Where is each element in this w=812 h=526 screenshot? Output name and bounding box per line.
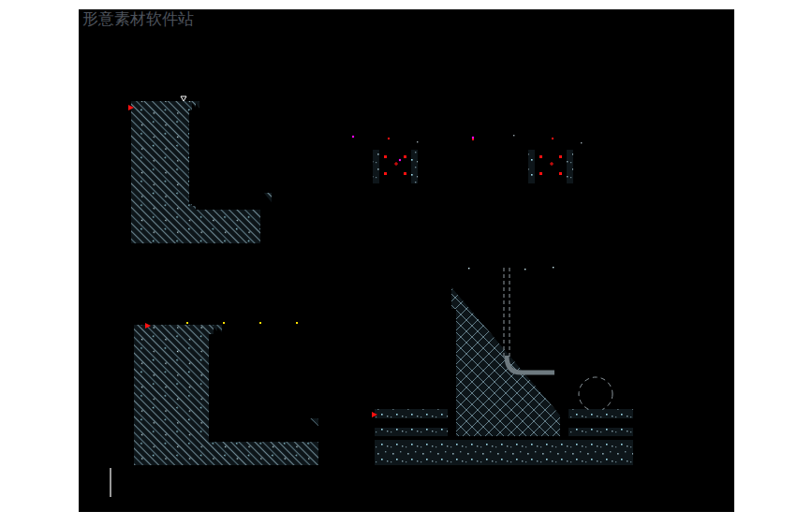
svg-text:木龙骨40×60: 木龙骨40×60 bbox=[238, 278, 262, 283]
svg-text:100: 100 bbox=[324, 138, 329, 145]
project-no-value: SSL 06-16 bbox=[691, 473, 716, 478]
base-slab bbox=[375, 440, 633, 465]
date-label: DATE bbox=[656, 460, 663, 464]
svg-text:预埋件详结构: 预埋件详结构 bbox=[465, 106, 494, 112]
svg-text:角钢40×4: 角钢40×4 bbox=[283, 275, 301, 282]
svg-text:40厚细石混凝土保护层: 40厚细石混凝土保护层 bbox=[243, 161, 283, 166]
project-no-label: PROJECT no bbox=[656, 471, 672, 475]
svg-text:REPORTED TO THE CO.: REPORTED TO THE CO. bbox=[657, 97, 685, 100]
svg-text:500: 500 bbox=[598, 364, 603, 372]
svg-text:40厚细石混凝土保护层: 40厚细石混凝土保护层 bbox=[366, 381, 402, 386]
svg-text:DESIGN COPYRIGHT: DESIGN COPYRIGHT bbox=[656, 303, 681, 306]
svg-text:CONTRACTOR PRIOR TO: CONTRACTOR PRIOR TO bbox=[657, 83, 687, 86]
client-label: Client(s)**** bbox=[656, 271, 673, 275]
svg-text:DRAWN BY: DRAWN BY bbox=[656, 429, 672, 432]
cad-sheet: 形意素材软件站 http://lzj725428.taobao.com BEIJ… bbox=[0, 0, 812, 526]
svg-text:***: *** bbox=[656, 422, 660, 426]
detail-caption: 大样详图 1:5 bbox=[199, 244, 238, 253]
svg-text:150: 150 bbox=[353, 186, 361, 191]
svg-text:防水层沿墙上翻500: 防水层沿墙上翻500 bbox=[112, 296, 149, 301]
svg-text:防水层沿墙上翻500: 防水层沿墙上翻500 bbox=[164, 77, 204, 83]
sheet-no-value: ? of ? bbox=[699, 493, 708, 498]
svg-text:****: **** bbox=[656, 486, 662, 489]
svg-text:***: *** bbox=[656, 495, 660, 499]
watermark-title: 形意素材软件站 bbox=[82, 10, 194, 28]
svg-text:50: 50 bbox=[226, 293, 230, 298]
drawing-title-value: 泛水大样图(四) bbox=[666, 393, 706, 401]
rev-col2-label: DATE ISSUED bbox=[716, 103, 719, 122]
project-name-label: PROJECT NAME*** bbox=[656, 356, 685, 359]
svg-text:20厚聚苯板保温层: 20厚聚苯板保温层 bbox=[280, 355, 312, 359]
svg-text:花岗岩压顶板: 花岗岩压顶板 bbox=[343, 105, 371, 111]
svg-text:***: *** bbox=[656, 433, 660, 437]
svg-text:防腐木铺板: 防腐木铺板 bbox=[139, 277, 160, 283]
svg-text:****: **** bbox=[656, 475, 662, 479]
svg-text:200: 200 bbox=[598, 288, 603, 296]
svg-text:15厚水泥砂浆找平层: 15厚水泥砂浆找平层 bbox=[366, 364, 398, 369]
svg-text:50: 50 bbox=[435, 316, 438, 321]
svg-text:PROJECT DATE: PROJECT DATE bbox=[656, 407, 675, 411]
svg-text:2. DO NOT SCALE DRAWINGS.: 2. DO NOT SCALE DRAWINGS. bbox=[657, 104, 693, 107]
sheet-no-label: SHEET no. bbox=[656, 491, 670, 495]
svg-text:150: 150 bbox=[324, 166, 329, 173]
drawing-no-label: Drawing no bbox=[656, 482, 671, 486]
svg-text:28: 28 bbox=[181, 251, 188, 258]
svg-text:****: **** bbox=[656, 412, 662, 416]
support-right bbox=[527, 150, 574, 183]
detail-caption: 大样详图 1:5 bbox=[229, 472, 268, 480]
company-name-vertical: BEIJING SHANSHUILU ARCHITECTURAL DESIGN … bbox=[97, 84, 102, 245]
rev-col1-label: REVISIONS bbox=[709, 107, 713, 122]
svg-text:500: 500 bbox=[214, 145, 218, 153]
drawing-no-value: JD-06 bbox=[696, 483, 712, 489]
project-name-value: 北山07P区 bbox=[672, 368, 701, 375]
svg-text:150: 150 bbox=[236, 184, 244, 189]
svg-text:20厚聚苯板保温层: 20厚聚苯板保温层 bbox=[366, 356, 395, 360]
svg-text:500: 500 bbox=[500, 316, 508, 321]
drain-label: 雨水斗 bbox=[584, 392, 598, 398]
label-top-29: 防水层收口 bbox=[403, 341, 422, 345]
viewer-background: 形意素材软件站 http://lzj725428.taobao.com BEIJ… bbox=[0, 0, 812, 526]
svg-text:CHECKED BY: CHECKED BY bbox=[656, 418, 674, 422]
svg-text:COMMENCEMENT OF WORK.: COMMENCEMENT OF WORK. bbox=[657, 88, 693, 91]
note-title: NOTE :**** bbox=[656, 66, 675, 70]
svg-text:150: 150 bbox=[257, 410, 264, 415]
svg-text:31.00: 31.00 bbox=[151, 313, 161, 317]
title-block: NOTE :**** 1. ALL DIMENSIONS SHALL BE CH… bbox=[654, 64, 720, 499]
svg-text:31: 31 bbox=[211, 478, 218, 486]
watermark-url: http://lzj725428.taobao.com bbox=[82, 28, 172, 37]
svg-text:CHECKED ON SITE BY THE: CHECKED ON SITE BY THE bbox=[657, 79, 689, 81]
svg-text:31.00: 31.00 bbox=[137, 91, 147, 95]
svg-text:成品压顶盖板: 成品压顶盖板 bbox=[377, 273, 404, 279]
copyright-vertical: Copyright c 2004 729972997297 bbox=[97, 437, 102, 500]
svg-text:防水层: 防水层 bbox=[243, 122, 255, 126]
svg-text:150: 150 bbox=[579, 186, 586, 191]
svg-text:REPRODUCTION OF THIS DRAWING &: REPRODUCTION OF THIS DRAWING & bbox=[656, 299, 702, 301]
svg-text:ONLY. U.N.O.: ONLY. U.N.O. bbox=[657, 113, 672, 116]
svg-text:隔离层: 隔离层 bbox=[366, 373, 377, 377]
svg-text:RESERVED****: RESERVED**** bbox=[656, 308, 674, 311]
svg-text:1. ALL DIMENSIONS SHALL BE: 1. ALL DIMENSIONS SHALL BE bbox=[657, 74, 694, 77]
label-wp-28: 防水层 bbox=[225, 171, 238, 177]
svg-text:预埋件详结构: 预埋件详结构 bbox=[281, 286, 307, 293]
svg-text:膨胀螺栓固定: 膨胀螺栓固定 bbox=[397, 106, 425, 112]
svg-text:500: 500 bbox=[230, 370, 235, 377]
svg-text:20厚聚苯板保温层: 20厚聚苯板保温层 bbox=[243, 132, 274, 137]
detail-caption: 大样详图 1:5 bbox=[495, 471, 534, 479]
svg-text:40厚细石混凝土保护层: 40厚细石混凝土保护层 bbox=[280, 383, 320, 387]
svg-text:防水层上翻至压顶: 防水层上翻至压顶 bbox=[377, 281, 412, 286]
detail-caption: 大样详图 1:5 bbox=[463, 208, 502, 216]
svg-text:DISCREPANCIES SHALL BE: DISCREPANCIES SHALL BE bbox=[657, 93, 690, 95]
consultant-label: Consultant(s)**** bbox=[656, 127, 680, 131]
svg-text:防水层: 防水层 bbox=[366, 347, 377, 352]
approvals-label: APPROVALS B**** bbox=[656, 330, 684, 334]
svg-text:30: 30 bbox=[445, 214, 452, 222]
svg-text:READ FIGURED DIMENSIONS: READ FIGURED DIMENSIONS bbox=[657, 109, 693, 111]
svg-text:不锈钢螺丝固定: 不锈钢螺丝固定 bbox=[191, 277, 221, 283]
svg-text:防水层: 防水层 bbox=[280, 345, 292, 350]
drawing-title-label: DRAWING TITLE**** bbox=[656, 382, 687, 386]
support-left bbox=[372, 150, 419, 183]
svg-text:31.00: 31.00 bbox=[613, 404, 624, 409]
svg-text:900: 900 bbox=[466, 186, 474, 191]
svg-text:**: ** bbox=[656, 464, 659, 468]
label-wp-31: 防水层 bbox=[242, 394, 255, 400]
